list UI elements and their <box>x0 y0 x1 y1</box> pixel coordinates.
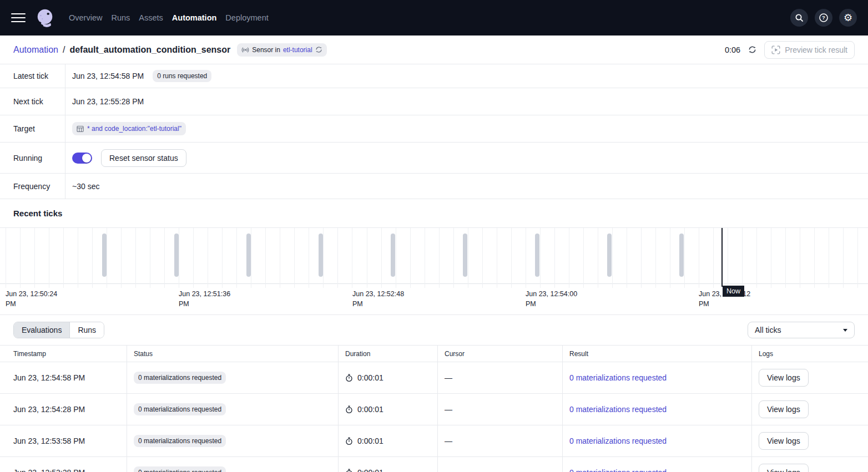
tick-bar[interactable] <box>319 234 323 277</box>
now-marker-line <box>721 228 723 287</box>
next-tick-label: Next tick <box>0 88 65 115</box>
cell-logs: View logs <box>752 362 868 393</box>
timeline-gridline <box>627 228 627 288</box>
stopwatch-icon <box>345 374 353 382</box>
next-tick-row: Next tick Jun 23, 12:55:28 PM <box>0 88 868 115</box>
code-location-link[interactable]: etl-tutorial <box>283 46 312 54</box>
cell-duration: 0:00:01 <box>339 394 438 425</box>
timeline-gridline <box>453 228 454 288</box>
nav-item-overview[interactable]: Overview <box>69 10 102 26</box>
target-row: Target * and code_location:"etl-tutorial… <box>0 115 868 143</box>
timeline-gridline <box>800 228 800 288</box>
nav-links: OverviewRunsAssetsAutomationDeployment <box>69 10 269 26</box>
timeline-gridline <box>49 228 49 288</box>
tick-bar[interactable] <box>174 234 179 277</box>
running-toggle[interactable] <box>72 153 92 164</box>
timeline-gridline <box>843 228 844 288</box>
sensor-badge-text: Sensor in <box>252 46 280 54</box>
cell-logs: View logs <box>752 457 868 472</box>
timeline-gridline <box>294 228 295 288</box>
timeline-gridline <box>641 228 642 288</box>
dagster-logo-icon[interactable] <box>34 7 55 28</box>
timeline-gridline <box>612 228 613 288</box>
timeline-gridline <box>655 228 656 288</box>
svg-text:?: ? <box>822 14 825 21</box>
view-logs-button[interactable]: View logs <box>759 369 809 387</box>
ticks-table-body: Jun 23, 12:54:58 PM0 materializations re… <box>0 362 868 472</box>
cell-cursor: — <box>438 362 563 393</box>
column-header-duration: Duration <box>339 346 438 362</box>
timeline-gridline <box>785 228 786 288</box>
ticks-table-header: TimestampStatusDurationCursorResultLogs <box>0 346 868 362</box>
table-row: Jun 23, 12:54:58 PM0 materializations re… <box>0 362 868 394</box>
frequency-row: Frequency ~30 sec <box>0 174 868 199</box>
reload-location-icon[interactable] <box>315 46 322 53</box>
timeline-axis-label: Jun 23, 12:51:36PM <box>179 289 230 309</box>
frequency-label: Frequency <box>0 174 65 199</box>
tick-bar[interactable] <box>607 234 612 277</box>
tick-bar[interactable] <box>391 234 395 277</box>
cell-result: 0 materializations requested <box>563 394 752 425</box>
stopwatch-icon <box>345 405 353 414</box>
nav-item-deployment[interactable]: Deployment <box>225 10 268 26</box>
timeline-gridline <box>829 228 829 288</box>
timeline-gridline <box>670 228 670 288</box>
breadcrumb-automation-link[interactable]: Automation <box>13 45 58 55</box>
timeline-axis <box>0 283 868 284</box>
tick-bar[interactable] <box>535 234 539 277</box>
nav-item-automation[interactable]: Automation <box>172 10 217 26</box>
tick-bar[interactable] <box>463 234 467 277</box>
tab-evaluations[interactable]: Evaluations <box>14 322 70 338</box>
tick-bar[interactable] <box>102 234 107 277</box>
cell-timestamp: Jun 23, 12:53:28 PM <box>0 457 127 472</box>
timeline-gridline <box>150 228 150 288</box>
timeline-gridline <box>381 228 382 288</box>
tab-runs[interactable]: Runs <box>70 322 104 338</box>
table-row: Jun 23, 12:53:28 PM0 materializations re… <box>0 457 868 472</box>
recent-ticks-timeline: Jun 23, 12:50:24PMJun 23, 12:51:36PMJun … <box>0 227 868 315</box>
target-selection-tag[interactable]: * and code_location:"etl-tutorial" <box>72 122 186 135</box>
timeline-gridline <box>309 228 309 288</box>
column-header-status: Status <box>127 346 339 362</box>
timeline-gridline <box>410 228 411 288</box>
tick-bar[interactable] <box>679 234 684 277</box>
result-link[interactable]: 0 materializations requested <box>569 468 667 472</box>
timeline-gridline <box>92 228 93 288</box>
timeline-gridline <box>222 228 223 288</box>
column-header-result: Result <box>563 346 752 362</box>
cell-status: 0 materializations requested <box>127 457 339 472</box>
now-badge: Now <box>723 286 744 297</box>
view-logs-button[interactable]: View logs <box>759 432 809 450</box>
timeline-gridline <box>425 228 425 288</box>
timeline-gridline <box>713 228 714 288</box>
timeline-gridline <box>63 228 64 288</box>
nav-item-assets[interactable]: Assets <box>139 10 163 26</box>
hamburger-menu-icon[interactable] <box>11 11 26 25</box>
result-link[interactable]: 0 materializations requested <box>569 437 667 445</box>
all-ticks-dropdown[interactable]: All ticks <box>748 322 855 338</box>
timeline-gridline <box>756 228 757 288</box>
result-link[interactable]: 0 materializations requested <box>569 405 667 414</box>
timeline-gridline <box>280 228 280 288</box>
top-nav: OverviewRunsAssetsAutomationDeployment ?… <box>0 0 868 35</box>
cell-logs: View logs <box>752 425 868 456</box>
nav-item-runs[interactable]: Runs <box>111 10 130 26</box>
view-logs-button[interactable]: View logs <box>759 464 809 472</box>
settings-gear-icon[interactable]: ⚙ <box>839 9 857 27</box>
view-logs-button[interactable]: View logs <box>759 400 809 418</box>
preview-tick-result-button[interactable]: Preview tick result <box>764 41 855 59</box>
search-icon[interactable] <box>790 9 808 27</box>
status-badge: 0 materializations requested <box>134 466 226 472</box>
breadcrumb-separator: / <box>63 45 65 55</box>
frequency-value: ~30 sec <box>72 182 99 191</box>
timeline-gridline <box>728 228 728 288</box>
timeline-gridline <box>482 228 483 288</box>
stopwatch-icon <box>345 437 353 445</box>
tick-bar[interactable] <box>246 234 251 277</box>
cell-timestamp: Jun 23, 12:54:58 PM <box>0 362 127 393</box>
help-icon[interactable]: ? <box>815 9 832 27</box>
timeline-gridline <box>699 228 699 288</box>
reset-sensor-status-button[interactable]: Reset sensor status <box>101 149 186 167</box>
refresh-icon[interactable] <box>748 45 756 54</box>
result-link[interactable]: 0 materializations requested <box>569 373 667 382</box>
